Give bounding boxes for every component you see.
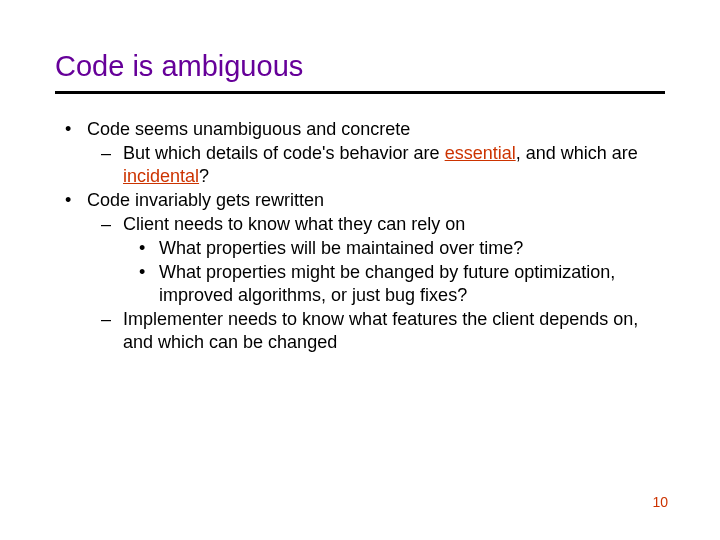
page-number: 10: [652, 494, 668, 510]
bullet-2b: Implementer needs to know what features …: [55, 308, 665, 354]
bullet-2a: Client needs to know what they can rely …: [55, 213, 665, 236]
bullet-1a: But which details of code's behavior are…: [55, 142, 665, 188]
highlight-incidental: incidental: [123, 166, 199, 186]
slide-body: Code seems unambiguous and concrete But …: [55, 118, 665, 354]
bullet-2: Code invariably gets rewritten: [55, 189, 665, 212]
text-run: ?: [199, 166, 209, 186]
text-run: , and which are: [516, 143, 638, 163]
text-run: But which details of code's behavior are: [123, 143, 445, 163]
slide: Code is ambiguous Code seems unambiguous…: [0, 0, 720, 540]
bullet-2a2: What properties might be changed by futu…: [55, 261, 665, 307]
highlight-essential: essential: [445, 143, 516, 163]
slide-title: Code is ambiguous: [55, 50, 665, 91]
bullet-1: Code seems unambiguous and concrete: [55, 118, 665, 141]
title-rule: [55, 91, 665, 94]
bullet-2a1: What properties will be maintained over …: [55, 237, 665, 260]
